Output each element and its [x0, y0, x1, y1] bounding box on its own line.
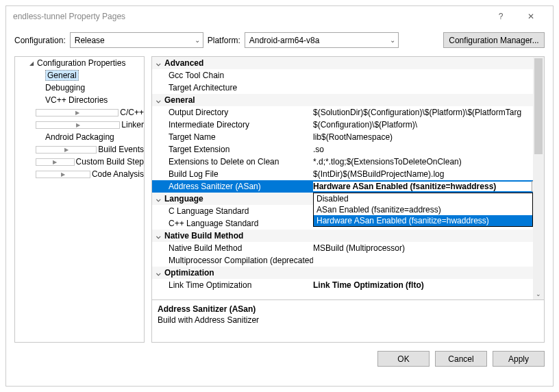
collapse-icon[interactable] — [152, 269, 164, 278]
chevron-down-icon: ⌄ — [390, 36, 395, 44]
configuration-manager-button[interactable]: Configuration Manager... — [443, 32, 545, 48]
dropdown-option[interactable]: ASan Enabled (fsanitize=address) — [314, 204, 532, 215]
chevron-right-icon[interactable] — [36, 109, 119, 117]
property-dropdown[interactable]: DisabledASan Enabled (fsanitize=address)… — [313, 193, 533, 227]
tree-item-label: VC++ Directories — [45, 95, 108, 105]
platform-value: Android-arm64-v8a — [249, 36, 320, 45]
tree-item[interactable]: Debugging — [15, 82, 144, 94]
section-title: Native Build Method — [164, 231, 243, 241]
chevron-right-icon[interactable] — [36, 171, 90, 178]
property-section-header[interactable]: Native Build Method — [152, 230, 544, 242]
property-row[interactable]: Gcc Tool Chain — [152, 69, 544, 82]
tree-item-label: Custom Build Step — [76, 157, 144, 167]
property-row[interactable]: Native Build MethodMSBuild (Multiprocess… — [152, 242, 544, 254]
description-panel: Address Sanitizer (ASan) Build with Addr… — [152, 299, 544, 342]
scrollbar-thumb[interactable] — [534, 58, 543, 154]
dialog-buttons: OK Cancel Apply — [6, 343, 553, 375]
property-row[interactable]: Intermediate Directory$(Configuration)\$… — [152, 119, 544, 131]
property-name: Link Time Optimization — [152, 280, 313, 290]
apply-button[interactable]: Apply — [493, 351, 545, 367]
property-row[interactable]: Multiprocessor Compilation (deprecated) — [152, 254, 544, 267]
tree-root[interactable]: Configuration Properties — [15, 57, 144, 69]
property-row[interactable]: Build Log File$(IntDir)$(MSBuildProjectN… — [152, 168, 544, 180]
property-value[interactable]: Hardware ASan Enabled (fsanitize=hwaddre… — [313, 182, 544, 191]
config-label: Configuration: — [14, 36, 66, 45]
property-value[interactable]: *.d;*.tlog;$(ExtensionsToDeleteOnClean) — [313, 157, 544, 167]
property-name: Target Extension — [152, 145, 313, 154]
dropdown-option[interactable]: Disabled — [314, 193, 532, 204]
chevron-right-icon[interactable] — [36, 121, 120, 129]
platform-select[interactable]: Android-arm64-v8a ⌄ — [245, 32, 399, 48]
scrollbar[interactable]: ⌄ — [533, 57, 544, 299]
section-title: Optimization — [164, 268, 214, 278]
tree-item[interactable]: Code Analysis — [15, 168, 144, 180]
chevron-down-icon[interactable] — [27, 60, 36, 66]
titlebar: endless-tunnel Property Pages ? ✕ — [6, 6, 553, 27]
configuration-value: Release — [75, 36, 105, 45]
description-title: Address Sanitizer (ASan) — [158, 304, 538, 314]
property-name: C++ Language Standard — [152, 219, 313, 228]
property-name: C Language Standard — [152, 206, 313, 216]
property-name: Intermediate Directory — [152, 120, 313, 130]
section-title: General — [164, 95, 195, 105]
property-name: Native Build Method — [152, 243, 313, 253]
property-pages-dialog: endless-tunnel Property Pages ? ✕ Config… — [5, 5, 554, 387]
property-value[interactable]: $(SolutionDir)$(Configuration)\$(Platfor… — [313, 108, 544, 117]
property-name: Extensions to Delete on Clean — [152, 157, 313, 167]
close-icon[interactable]: ✕ — [516, 6, 546, 27]
chevron-right-icon[interactable] — [36, 146, 97, 154]
property-row[interactable]: Link Time OptimizationLink Time Optimiza… — [152, 279, 544, 291]
tree-item[interactable]: Linker — [15, 119, 144, 131]
collapse-icon[interactable] — [152, 232, 164, 241]
config-toolbar: Configuration: Release ⌄ Platform: Andro… — [6, 27, 553, 56]
property-panel: AdvancedGcc Tool ChainTarget Architectur… — [151, 56, 545, 343]
property-row[interactable]: Extensions to Delete on Clean*.d;*.tlog;… — [152, 156, 544, 168]
tree-item[interactable]: General — [15, 69, 144, 82]
cancel-button[interactable]: Cancel — [435, 351, 487, 367]
tree-item[interactable]: Custom Build Step — [15, 156, 144, 168]
property-row[interactable]: Output Directory$(SolutionDir)$(Configur… — [152, 106, 544, 119]
property-row[interactable]: Target Architecture — [152, 82, 544, 94]
property-value[interactable]: Link Time Optimization (flto) — [313, 280, 544, 290]
property-name: Target Architecture — [152, 83, 313, 93]
property-value[interactable]: $(IntDir)$(MSBuildProjectName).log — [313, 169, 544, 179]
tree-item[interactable]: Build Events — [15, 143, 144, 156]
scroll-down-icon[interactable]: ⌄ — [533, 289, 544, 299]
property-section-header[interactable]: Optimization — [152, 267, 544, 279]
tree-item[interactable]: C/C++ — [15, 106, 144, 119]
property-row[interactable]: Target Extension.so — [152, 143, 544, 156]
dropdown-option[interactable]: Hardware ASan Enabled (fsanitize=hwaddre… — [314, 215, 532, 226]
collapse-icon[interactable] — [152, 96, 164, 105]
tree-item[interactable]: VC++ Directories — [15, 94, 144, 106]
tree-item-label: Debugging — [45, 83, 85, 93]
property-value[interactable]: MSBuild (Multiprocessor) — [313, 243, 544, 253]
configuration-select[interactable]: Release ⌄ — [70, 32, 203, 48]
property-grid[interactable]: AdvancedGcc Tool ChainTarget Architectur… — [152, 57, 544, 299]
collapse-icon[interactable] — [152, 59, 164, 68]
property-name: Target Name — [152, 132, 313, 142]
property-value[interactable]: $(Configuration)\$(Platform)\ — [313, 120, 544, 130]
property-section-header[interactable]: General — [152, 94, 544, 106]
chevron-right-icon[interactable] — [36, 158, 75, 166]
platform-label: Platform: — [208, 36, 240, 45]
chevron-down-icon: ⌄ — [195, 36, 200, 44]
property-name: Gcc Tool Chain — [152, 71, 313, 80]
tree-item[interactable]: Android Packaging — [15, 131, 144, 143]
property-value[interactable]: lib$(RootNamespace) — [313, 132, 544, 142]
property-row[interactable]: Address Sanitizer (ASan)Hardware ASan En… — [152, 180, 544, 193]
tree-item-label: General — [45, 70, 79, 81]
ok-button[interactable]: OK — [377, 351, 430, 367]
window-title: endless-tunnel Property Pages — [13, 12, 486, 21]
property-row[interactable]: Target Namelib$(RootNamespace) — [152, 131, 544, 143]
section-title: Language — [164, 194, 203, 204]
tree-item-label: C/C++ — [120, 108, 144, 117]
help-icon[interactable]: ? — [486, 6, 516, 27]
property-section-header[interactable]: Advanced — [152, 57, 544, 69]
tree-item-label: Build Events — [98, 145, 144, 154]
property-value[interactable]: .so — [313, 145, 544, 154]
description-body: Build with Address Sanitizer — [158, 315, 538, 325]
tree-item-label: Code Analysis — [92, 169, 144, 179]
property-name: Address Sanitizer (ASan) — [152, 182, 313, 191]
nav-tree[interactable]: Configuration Properties GeneralDebuggin… — [14, 56, 145, 343]
collapse-icon[interactable] — [152, 195, 164, 204]
